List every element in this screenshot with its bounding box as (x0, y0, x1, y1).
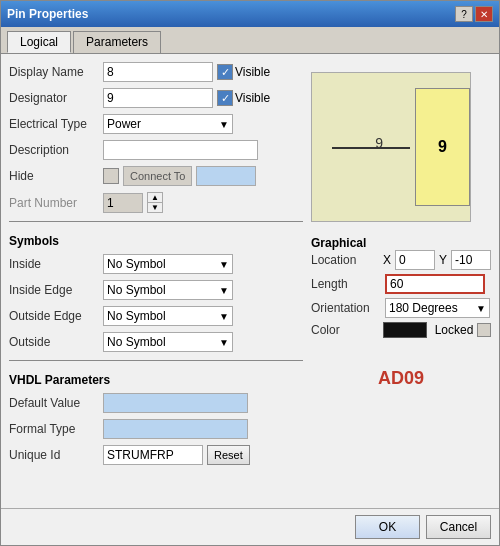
tab-parameters[interactable]: Parameters (73, 31, 161, 53)
graphical-section: Graphical Location X Y Length Orientatio… (311, 232, 491, 342)
hide-row: Hide Connect To (9, 166, 303, 186)
outside-edge-value: No Symbol (107, 309, 166, 323)
pin-properties-window: Pin Properties ? ✕ Logical Parameters Di… (0, 0, 500, 546)
inside-label: Inside (9, 257, 99, 271)
electrical-type-dropdown[interactable]: Power ▼ (103, 114, 233, 134)
outside-arrow: ▼ (219, 337, 229, 348)
orientation-row: Orientation 180 Degrees ▼ (311, 298, 491, 318)
help-button[interactable]: ? (455, 6, 473, 22)
content-area: Display Name ✓ Visible Designator ✓ Visi… (1, 53, 499, 508)
ad09-text: AD09 (311, 368, 491, 389)
connect-to-value (196, 166, 256, 186)
display-name-label: Display Name (9, 65, 99, 79)
tab-logical[interactable]: Logical (7, 31, 71, 53)
orientation-value: 180 Degrees (389, 301, 458, 315)
outside-dropdown[interactable]: No Symbol ▼ (103, 332, 233, 352)
color-row: Color Locked (311, 322, 491, 338)
separator-1 (9, 221, 303, 222)
pin-line (332, 147, 410, 149)
location-x-input[interactable] (395, 250, 435, 270)
pin-preview: 9 9 (311, 72, 471, 222)
inside-dropdown[interactable]: No Symbol ▼ (103, 254, 233, 274)
bottom-bar: OK Cancel (1, 508, 499, 545)
x-label: X (383, 253, 391, 267)
locked-checkbox[interactable] (477, 323, 491, 337)
location-row: Location X Y (311, 250, 491, 270)
default-value-row: Default Value (9, 393, 303, 413)
window-title: Pin Properties (7, 7, 88, 21)
pin-box: 9 (415, 88, 470, 206)
symbols-title: Symbols (9, 234, 303, 248)
reset-button[interactable]: Reset (207, 445, 250, 465)
designator-visible-checkbox[interactable]: ✓ (217, 90, 233, 106)
default-value-label: Default Value (9, 396, 99, 410)
inside-row: Inside No Symbol ▼ (9, 254, 303, 274)
unique-id-row: Unique Id Reset (9, 445, 303, 465)
inside-edge-value: No Symbol (107, 283, 166, 297)
outside-edge-dropdown[interactable]: No Symbol ▼ (103, 306, 233, 326)
location-y-input[interactable] (451, 250, 491, 270)
description-input[interactable] (103, 140, 258, 160)
display-name-input[interactable] (103, 62, 213, 82)
inside-edge-dropdown[interactable]: No Symbol ▼ (103, 280, 233, 300)
inside-edge-row: Inside Edge No Symbol ▼ (9, 280, 303, 300)
tab-bar: Logical Parameters (1, 27, 499, 53)
outside-row: Outside No Symbol ▼ (9, 332, 303, 352)
y-label: Y (439, 253, 447, 267)
length-row: Length (311, 274, 491, 294)
electrical-type-row: Electrical Type Power ▼ (9, 114, 303, 134)
part-number-input[interactable] (103, 193, 143, 213)
formal-type-label: Formal Type (9, 422, 99, 436)
outside-edge-arrow: ▼ (219, 311, 229, 322)
part-number-row: Part Number ▲ ▼ (9, 192, 303, 213)
length-input[interactable] (385, 274, 485, 294)
unique-id-input[interactable] (103, 445, 203, 465)
electrical-type-label: Electrical Type (9, 117, 99, 131)
outside-value: No Symbol (107, 335, 166, 349)
outside-edge-label: Outside Edge (9, 309, 99, 323)
cancel-button[interactable]: Cancel (426, 515, 491, 539)
default-value-input[interactable] (103, 393, 248, 413)
designator-visible: ✓ Visible (217, 90, 270, 106)
display-name-visible-checkbox[interactable]: ✓ (217, 64, 233, 80)
separator-2 (9, 360, 303, 361)
formal-type-input[interactable] (103, 419, 248, 439)
vhdl-title: VHDL Parameters (9, 373, 303, 387)
color-picker[interactable] (383, 322, 427, 338)
close-button[interactable]: ✕ (475, 6, 493, 22)
part-number-label: Part Number (9, 196, 99, 210)
designator-label: Designator (9, 91, 99, 105)
right-panel: 9 9 Graphical Location X Y Length (311, 62, 491, 500)
hide-checkbox[interactable] (103, 168, 119, 184)
inside-value: No Symbol (107, 257, 166, 271)
description-label: Description (9, 143, 99, 157)
unique-id-label: Unique Id (9, 448, 99, 462)
orientation-dropdown[interactable]: 180 Degrees ▼ (385, 298, 490, 318)
formal-type-row: Formal Type (9, 419, 303, 439)
display-name-row: Display Name ✓ Visible (9, 62, 303, 82)
description-row: Description (9, 140, 303, 160)
part-number-spinner[interactable]: ▲ ▼ (147, 192, 163, 213)
inside-edge-label: Inside Edge (9, 283, 99, 297)
hide-label: Hide (9, 169, 99, 183)
outside-edge-row: Outside Edge No Symbol ▼ (9, 306, 303, 326)
graphical-title: Graphical (311, 236, 491, 250)
orientation-label: Orientation (311, 301, 381, 315)
designator-input[interactable] (103, 88, 213, 108)
pin-preview-number: 9 (375, 135, 383, 151)
display-name-visible: ✓ Visible (217, 64, 270, 80)
display-name-visible-label: Visible (235, 65, 270, 79)
electrical-type-value: Power (107, 117, 141, 131)
ok-button[interactable]: OK (355, 515, 420, 539)
locked-label: Locked (435, 323, 474, 337)
inside-edge-arrow: ▼ (219, 285, 229, 296)
outside-label: Outside (9, 335, 99, 349)
length-label: Length (311, 277, 381, 291)
orientation-arrow: ▼ (476, 303, 486, 314)
left-panel: Display Name ✓ Visible Designator ✓ Visi… (9, 62, 303, 500)
inside-arrow: ▼ (219, 259, 229, 270)
title-bar-controls: ? ✕ (455, 6, 493, 22)
pin-box-number: 9 (438, 138, 447, 156)
location-label: Location (311, 253, 379, 267)
connect-to-button[interactable]: Connect To (123, 166, 192, 186)
